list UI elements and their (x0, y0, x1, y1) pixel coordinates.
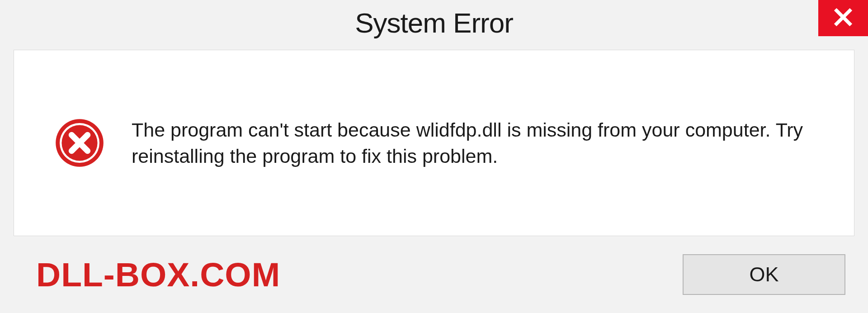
content-area: The program can't start because wlidfdp.… (14, 50, 854, 236)
close-icon (833, 7, 853, 29)
error-message: The program can't start because wlidfdp.… (132, 117, 827, 169)
error-dialog: System Error The program can't start bec… (0, 0, 868, 313)
ok-button[interactable]: OK (683, 254, 845, 295)
watermark-text: DLL-BOX.COM (36, 255, 280, 294)
ok-button-label: OK (749, 263, 778, 286)
footer: DLL-BOX.COM OK (0, 236, 868, 313)
titlebar: System Error (0, 0, 868, 45)
close-button[interactable] (818, 0, 868, 36)
dialog-title: System Error (355, 7, 513, 39)
error-icon (55, 118, 104, 168)
